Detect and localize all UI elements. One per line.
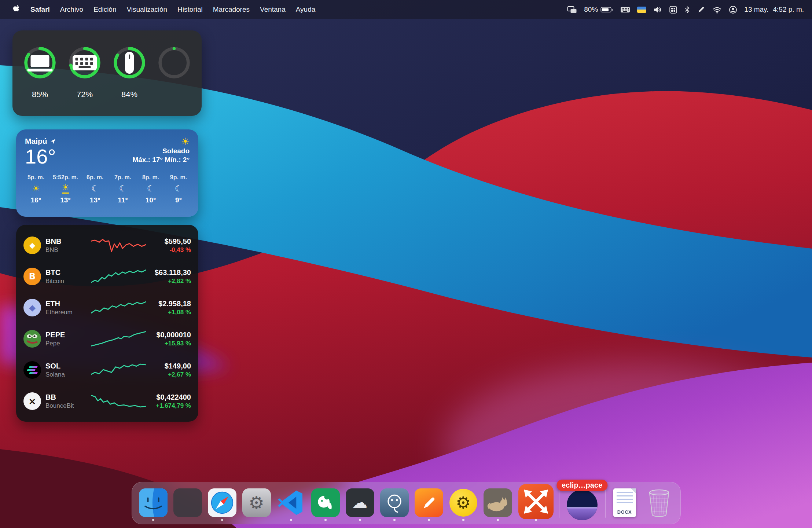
dock-postgres[interactable] <box>379 485 410 521</box>
bluetooth-icon[interactable] <box>684 6 690 14</box>
crypto-name: BNB <box>45 246 87 254</box>
mouse-icon <box>112 45 147 80</box>
weather-widget[interactable]: Maipú 16° ☀ Soleado Máx.: 17° Mín.: 2° 5… <box>16 129 198 217</box>
menu-archivo[interactable]: Archivo <box>55 6 88 14</box>
hour-label: 5:52p. m. <box>53 174 78 181</box>
macos-desktop: { "menu_bar": { "app_name": "Safari", "m… <box>0 0 812 528</box>
dock-pen-app[interactable] <box>414 485 444 521</box>
crypto-change: +15,93 % <box>150 340 191 347</box>
input-source-icon[interactable] <box>669 6 677 14</box>
dock-docx-document[interactable]: DOCX <box>609 485 640 521</box>
weather-hourly-forecast: 5p. m. ☀ 16° 5:52p. m. ☀ 13° 6p. m. ☾ 13… <box>25 174 190 204</box>
dock-system-settings[interactable]: ⚙ <box>241 485 272 521</box>
weather-city: Maipú <box>25 137 47 146</box>
crypto-name: BounceBit <box>45 402 87 410</box>
dock-gear-app[interactable]: ⚙ <box>448 485 479 521</box>
menu-bar-status: 80% 13 may. 4:52 p. m. <box>567 6 804 14</box>
crypto-row-bb[interactable]: × BBBounceBit $0,422400+1.674,79 % <box>23 386 191 417</box>
dock-remote-desktop[interactable] <box>517 485 555 521</box>
dock-safari[interactable] <box>207 485 238 521</box>
moon-icon: ☾ <box>147 183 155 194</box>
bb-icon: × <box>23 392 41 410</box>
dock-finder[interactable] <box>138 485 169 521</box>
crypto-row-sol[interactable]: SOLSolana $149,00+2,67 % <box>23 355 191 385</box>
crypto-row-eth[interactable]: ◆ ETHEthereum $2.958,18+1,08 % <box>23 292 191 323</box>
crypto-change: +2,82 % <box>150 278 191 285</box>
hour-temp: 13° <box>60 196 71 204</box>
crypto-widget[interactable]: ◆ BNBBNB $595,50-0,43 % B BTCBitcoin $63… <box>16 225 198 422</box>
ukraine-flag-icon[interactable] <box>637 7 646 13</box>
docx-file-icon: DOCX <box>613 488 636 517</box>
crypto-symbol: BB <box>45 393 87 402</box>
crypto-row-btc[interactable]: B BTCBitcoin $63.118,30+2,82 % <box>23 261 191 292</box>
menu-visualizacion[interactable]: Visualización <box>122 6 173 14</box>
dock-cat-app[interactable] <box>482 485 513 521</box>
menu-marcadores[interactable]: Marcadores <box>208 6 255 14</box>
crypto-price: $149,00 <box>150 362 191 370</box>
moon-icon: ☾ <box>175 183 183 194</box>
wifi-icon[interactable] <box>712 6 722 14</box>
launchpad-icon <box>173 488 202 517</box>
hour-temp: 13° <box>90 196 100 204</box>
menu-ayuda[interactable]: Ayuda <box>291 6 321 14</box>
hourly-col: 5p. m. ☀ 16° <box>25 174 47 204</box>
safari-icon <box>208 488 236 517</box>
crypto-row-pepe[interactable]: PEPEPepe $0,000010+15,93 % <box>23 323 191 354</box>
crypto-change: +1.674,79 % <box>150 402 191 410</box>
battery-ring-keyboard: 72% <box>63 45 106 99</box>
settings-gear-icon: ⚙ <box>242 488 271 517</box>
remote-desktop-icon <box>518 484 554 519</box>
vscode-icon <box>277 489 305 517</box>
battery-status[interactable]: 80% <box>584 6 613 14</box>
crypto-symbol: BNB <box>45 237 87 246</box>
hourly-col: 5:52p. m. ☀ 13° <box>53 174 78 204</box>
dock-launchpad[interactable] <box>172 485 203 521</box>
menu-bar: Safari Archivo Edición Visualización His… <box>0 0 812 19</box>
moon-icon: ☾ <box>91 183 99 194</box>
crypto-name: Solana <box>45 371 87 378</box>
crypto-price: $2.958,18 <box>150 300 191 308</box>
menu-historial[interactable]: Historial <box>172 6 208 14</box>
hourly-col: 9p. m. ☾ 9° <box>168 174 190 204</box>
menu-bar-left: Safari Archivo Edición Visualización His… <box>8 5 320 15</box>
batteries-widget[interactable]: 85% 72% 84% <box>12 30 202 116</box>
menu-bar-clock[interactable]: 13 may. 4:52 p. m. <box>744 6 804 14</box>
sol-icon <box>23 361 41 379</box>
dock-evernote[interactable] <box>310 485 341 521</box>
dock-vscode[interactable] <box>276 485 306 521</box>
dock-trash[interactable] <box>644 485 675 521</box>
weather-temperature: 16° <box>25 146 56 168</box>
keyboard-icon[interactable] <box>620 6 630 13</box>
menu-edicion[interactable]: Edición <box>88 6 121 14</box>
evernote-elephant-icon <box>311 488 340 517</box>
weather-right: ☀ Soleado Máx.: 17° Mín.: 2° <box>132 137 190 168</box>
dock-divider <box>559 488 559 518</box>
location-arrow-icon <box>50 138 56 144</box>
weather-high-low: Máx.: 17° Mín.: 2° <box>132 156 190 164</box>
trash-icon <box>646 488 672 517</box>
battery-ring-laptop: 85% <box>19 45 61 99</box>
crypto-symbol: PEPE <box>45 331 87 339</box>
bnb-icon: ◆ <box>23 236 41 254</box>
menu-ventana[interactable]: Ventana <box>255 6 291 14</box>
menu-app-name[interactable]: Safari <box>25 6 55 14</box>
hourly-col: 8p. m. ☾ 10° <box>140 174 162 204</box>
laptop-battery-label: 85% <box>32 90 48 99</box>
dock-cloud-app[interactable]: ☁ <box>345 485 375 521</box>
dock: ⚙ ☁ <box>132 482 681 524</box>
hour-label: 5p. m. <box>27 174 44 181</box>
user-switch-icon[interactable] <box>729 6 737 14</box>
crypto-price: $63.118,30 <box>150 268 191 277</box>
apple-menu[interactable] <box>8 5 25 15</box>
crypto-change: +1,08 % <box>150 309 191 316</box>
crypto-row-bnb[interactable]: ◆ BNBBNB $595,50-0,43 % <box>23 230 191 261</box>
weather-left: Maipú 16° <box>25 137 56 168</box>
sparkline-chart <box>91 330 146 348</box>
volume-icon[interactable] <box>653 6 662 14</box>
crypto-name: Ethereum <box>45 309 87 316</box>
dock-eclipse[interactable]: eclip…pace <box>563 485 601 521</box>
pencil-icon[interactable] <box>697 6 705 14</box>
sparkline-chart <box>91 268 146 285</box>
cat-icon <box>484 488 512 517</box>
screen-mirroring-icon[interactable] <box>567 6 577 14</box>
